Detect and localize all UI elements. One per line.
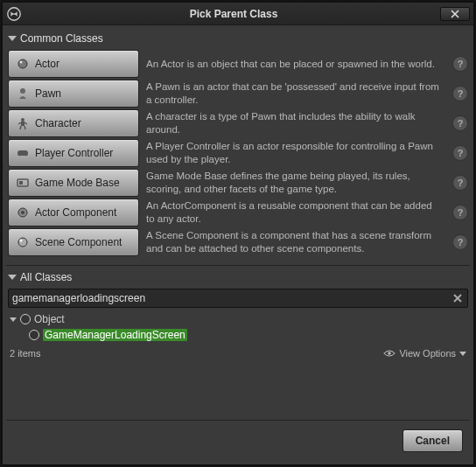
class-label: Actor — [35, 58, 60, 70]
tree-footer: 2 items View Options — [6, 343, 470, 362]
svg-point-3 — [20, 88, 25, 94]
svg-rect-7 — [19, 181, 23, 185]
expand-icon — [10, 317, 17, 322]
tree-node-label: Object — [34, 313, 65, 325]
unreal-logo-icon — [6, 6, 22, 22]
class-button-actor[interactable]: Actor — [8, 50, 139, 78]
character-icon — [16, 116, 30, 130]
help-icon[interactable]: ? — [452, 175, 468, 191]
pick-parent-class-dialog: Pick Parent Class Common Classes Actor A… — [2, 2, 474, 465]
class-desc: A Player Controller is an actor responsi… — [146, 140, 445, 166]
cancel-button[interactable]: Cancel — [402, 429, 463, 452]
svg-point-11 — [20, 240, 23, 242]
class-desc: A character is a type of Pawn that inclu… — [146, 110, 445, 136]
pawn-icon — [16, 87, 30, 101]
dialog-buttons: Cancel — [6, 420, 470, 461]
tree-row-gamemanagerloadingscreen[interactable]: GameManagerLoadingScreen — [10, 327, 466, 343]
class-desc: A Pawn is an actor that can be 'possesse… — [146, 80, 445, 107]
eye-icon — [383, 349, 396, 358]
class-node-icon — [20, 314, 31, 324]
tree-row-object[interactable]: Object — [10, 311, 466, 327]
svg-point-12 — [388, 352, 392, 355]
class-desc: A Scene Component is a component that ha… — [146, 229, 445, 255]
class-button-game-mode-base[interactable]: Game Mode Base — [8, 169, 139, 197]
class-button-pawn[interactable]: Pawn — [8, 80, 139, 108]
help-icon[interactable]: ? — [452, 56, 468, 72]
tree-node-label: GameManagerLoadingScreen — [43, 329, 187, 341]
help-icon[interactable]: ? — [452, 205, 468, 220]
class-desc: An Actor is an object that can be placed… — [146, 58, 445, 71]
search-input[interactable] — [12, 292, 452, 304]
svg-point-1 — [18, 59, 27, 68]
class-button-player-controller[interactable]: Player Controller — [8, 139, 139, 167]
svg-point-4 — [21, 118, 24, 122]
chevron-down-icon — [459, 352, 466, 356]
class-row-game-mode-base: Game Mode Base Game Mode Base defines th… — [8, 169, 468, 197]
class-row-scene-component: Scene Component A Scene Component is a c… — [8, 228, 468, 256]
help-icon[interactable]: ? — [452, 145, 468, 161]
class-button-character[interactable]: Character — [8, 109, 139, 137]
svg-rect-5 — [21, 122, 24, 126]
class-label: Game Mode Base — [35, 177, 120, 189]
scene-component-icon — [16, 235, 30, 249]
class-row-player-controller: Player Controller A Player Controller is… — [8, 139, 468, 167]
dialog-body: Common Classes Actor An Actor is an obje… — [3, 25, 473, 464]
view-options-label: View Options — [399, 348, 456, 359]
class-label: Actor Component — [35, 206, 116, 219]
clear-search-button[interactable] — [452, 292, 464, 304]
expand-icon — [8, 275, 17, 280]
class-row-character: Character A character is a type of Pawn … — [8, 109, 468, 137]
class-row-actor-component: Actor Component An ActorComponent is a r… — [8, 199, 468, 227]
expand-icon — [8, 36, 17, 41]
help-icon[interactable]: ? — [452, 86, 468, 101]
class-desc: Game Mode Base defines the game being pl… — [146, 170, 445, 196]
close-button[interactable] — [440, 7, 470, 21]
class-label: Character — [35, 117, 81, 129]
actor-component-icon — [16, 206, 30, 220]
item-count: 2 items — [10, 348, 40, 359]
class-label: Pawn — [35, 87, 61, 100]
class-desc: An ActorComponent is a reusable componen… — [146, 199, 445, 226]
class-node-icon — [29, 330, 39, 340]
class-button-actor-component[interactable]: Actor Component — [8, 199, 139, 227]
gamemode-icon — [16, 176, 30, 190]
common-classes-label: Common Classes — [20, 32, 103, 45]
controller-icon — [16, 146, 30, 160]
help-icon[interactable]: ? — [452, 115, 468, 131]
class-button-scene-component[interactable]: Scene Component — [8, 228, 139, 256]
close-icon — [453, 294, 462, 303]
help-icon[interactable]: ? — [452, 234, 468, 250]
window-title: Pick Parent Class — [27, 8, 440, 20]
class-label: Scene Component — [35, 236, 122, 248]
actor-icon — [16, 57, 30, 71]
common-classes-list: Actor An Actor is an object that can be … — [6, 48, 470, 263]
common-classes-header[interactable]: Common Classes — [6, 29, 470, 48]
class-row-actor: Actor An Actor is an object that can be … — [8, 50, 468, 78]
svg-point-10 — [18, 238, 27, 247]
view-options[interactable]: View Options — [383, 348, 466, 359]
titlebar: Pick Parent Class — [3, 3, 473, 25]
search-field[interactable] — [8, 289, 468, 308]
class-tree: Object GameManagerLoadingScreen — [6, 311, 470, 343]
divider — [6, 265, 470, 266]
svg-point-2 — [20, 61, 23, 64]
all-classes-label: All Classes — [20, 271, 72, 283]
all-classes-header[interactable]: All Classes — [6, 268, 470, 287]
svg-point-9 — [21, 211, 24, 214]
class-row-pawn: Pawn A Pawn is an actor that can be 'pos… — [8, 80, 468, 108]
class-label: Player Controller — [35, 147, 113, 159]
close-icon — [451, 10, 459, 18]
